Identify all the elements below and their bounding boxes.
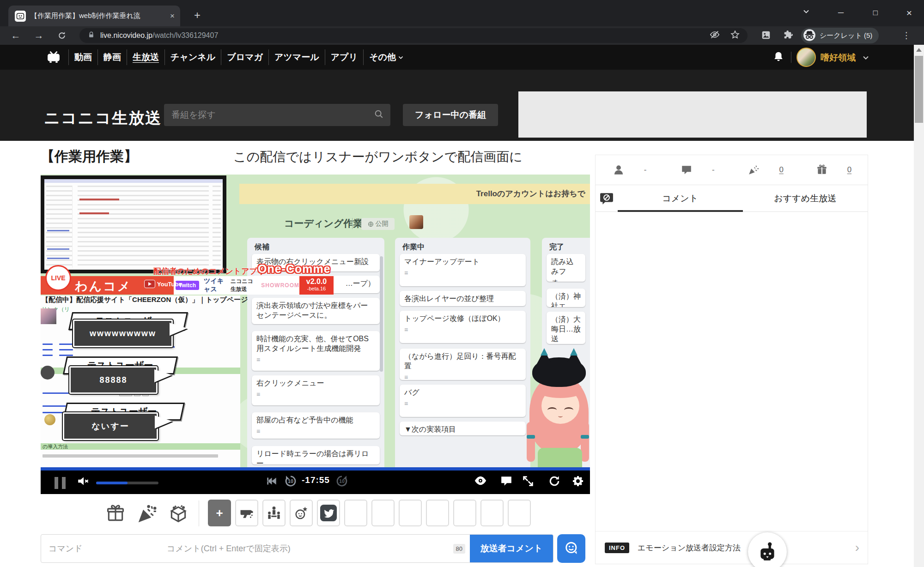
nav-item-blomaga[interactable]: ブロマガ <box>221 49 268 65</box>
scroll-up-arrow[interactable] <box>916 48 922 52</box>
nav-item-seiga[interactable]: 静画 <box>97 49 127 65</box>
empty-emotion-slot[interactable] <box>453 500 476 526</box>
ad-points-stat[interactable]: 0 <box>732 164 800 176</box>
broadcaster-comment-button[interactable]: 放送者コメント <box>470 535 553 562</box>
eye-off-icon[interactable] <box>710 30 720 42</box>
url-domain: live.nicovideo.jp <box>100 31 152 40</box>
youtube-logo: YouTube <box>144 280 182 288</box>
user-name[interactable]: 嗜好領域 <box>821 52 856 64</box>
new-tab-button[interactable]: + <box>194 8 201 22</box>
empty-emotion-slot[interactable] <box>371 500 395 526</box>
trello-column-sagyochu: 作業中 マイナーアップデート≡ 各演出レイヤーの並び整理 トップページ改修（ほぼ… <box>395 238 530 467</box>
nicolive-logo[interactable]: ニコニコ生放送 <box>44 108 162 129</box>
window-maximize-button[interactable]: □ <box>866 5 885 21</box>
tab-search-chevron-icon[interactable] <box>797 5 815 21</box>
tab-close-icon[interactable]: × <box>164 12 180 21</box>
nav-item-channel[interactable]: チャンネル <box>164 49 221 65</box>
divider <box>352 218 353 229</box>
globe-icon <box>368 221 374 227</box>
trello-card: 右クリックメニュー≡ <box>252 375 380 405</box>
scrollbar-thumb[interactable] <box>915 56 923 123</box>
party-popper-icon <box>748 164 760 176</box>
tab-comments[interactable]: コメント <box>618 185 743 211</box>
forward-button[interactable]: → <box>30 28 47 43</box>
gifts-stat[interactable]: 0 <box>800 164 868 176</box>
emotion-picker-button[interactable] <box>557 534 585 563</box>
seek-bar[interactable] <box>41 467 590 470</box>
ng-filter-icon[interactable] <box>596 185 618 211</box>
niconico-tv-logo-icon[interactable] <box>46 51 61 66</box>
hide-comments-eye-icon[interactable] <box>474 476 487 488</box>
notification-bell-icon[interactable] <box>772 51 784 65</box>
trello-signup-banner: Trelloのアカウントはお持ちで <box>239 184 590 204</box>
player-settings-gear-icon[interactable] <box>571 475 584 489</box>
tab-recommended-live[interactable]: おすすめ生放送 <box>743 185 868 211</box>
user-avatar[interactable] <box>796 48 816 67</box>
trello-board-title: コーディング作業系 <box>284 217 372 230</box>
following-programs-button[interactable]: フォロー中の番組 <box>403 104 498 126</box>
empty-emotion-slot[interactable] <box>480 500 504 526</box>
chevron-right-icon[interactable]: › <box>855 540 859 555</box>
water-gun-emotion-button[interactable] <box>235 500 258 526</box>
address-bar[interactable]: live.nicovideo.jp/watch/lv336129407 <box>79 28 748 43</box>
wankome-banner: Twitch ツイキャス ニコニコ生放送 SHOWROOM v2.0.0 -be… <box>41 276 334 295</box>
volume-muted-icon[interactable] <box>77 475 91 489</box>
back-button[interactable]: ← <box>7 28 24 43</box>
video-frame[interactable]: Trelloのアカウントはお持ちで コーディング作業系 公開 候補 表示物の右ク… <box>41 175 590 467</box>
extensions-puzzle-icon[interactable] <box>780 30 796 44</box>
idol-emotion-button[interactable] <box>290 500 313 526</box>
add-emotion-button[interactable]: + <box>208 500 231 526</box>
volume-slider[interactable] <box>96 482 158 484</box>
program-search-box[interactable] <box>164 104 390 126</box>
reload-button[interactable] <box>54 30 70 44</box>
anime-character <box>526 353 590 467</box>
program-action-bar: + <box>41 494 590 534</box>
fullscreen-icon[interactable] <box>522 475 535 489</box>
nav-item-app[interactable]: アプリ <box>325 49 363 65</box>
window-minimize-button[interactable]: ─ <box>832 5 850 21</box>
figures-emotion-button[interactable] <box>262 500 286 526</box>
comment-input[interactable] <box>159 535 453 562</box>
trello-card: （済）神社エ <box>547 289 585 307</box>
comments-stat[interactable]: - <box>663 164 731 176</box>
nav-item-video[interactable]: 動画 <box>68 49 97 65</box>
tab-strip: 【作業用作業】web制作作業垂れ流 × + ─ □ × <box>0 0 924 26</box>
party-popper-icon[interactable] <box>137 503 157 525</box>
viewers-stat[interactable]: - <box>596 164 663 176</box>
showroom-logo: SHOWROOM <box>261 282 299 289</box>
command-input[interactable] <box>41 535 159 562</box>
nav-item-other[interactable]: その他 <box>363 49 409 65</box>
cheerzon-webpage-capture: 【配信中】配信応援サイト「CHEERZON（仮）」｜トップページ リンク（リ <box>41 296 240 467</box>
empty-emotion-slot[interactable] <box>426 500 449 526</box>
trello-card: 時計機能の充実、他、併せてOBS用スタイルシート生成機能開発≡ <box>252 331 380 371</box>
trello-card: バグ≡ <box>400 385 526 417</box>
user-menu-chevron-icon[interactable] <box>862 54 869 63</box>
search-icon[interactable] <box>374 109 384 121</box>
bookmark-star-icon[interactable] <box>730 30 740 42</box>
nav-item-live[interactable]: 生放送 <box>127 49 164 65</box>
nav-item-atsumaru[interactable]: アツマール <box>268 49 325 65</box>
twitter-share-button[interactable] <box>317 500 340 526</box>
empty-emotion-slot[interactable] <box>399 500 422 526</box>
rewind-10-icon[interactable]: 10 <box>284 474 298 490</box>
trello-card: 演出表示領域の寸法や座標をパーセンテージベースに。 <box>252 298 380 324</box>
gift-icon[interactable] <box>105 503 126 525</box>
empty-emotion-slot[interactable] <box>508 500 531 526</box>
empty-emotion-slot[interactable] <box>344 500 367 526</box>
page-scrollbar[interactable] <box>914 45 924 567</box>
extension-image-icon[interactable] <box>758 30 774 44</box>
commenter-avatar <box>41 366 55 380</box>
reload-player-icon[interactable] <box>548 475 561 489</box>
forward-10-icon[interactable]: 10 <box>335 474 349 490</box>
tab-title: 【作業用作業】web制作作業垂れ流 <box>30 12 164 20</box>
comment-toggle-icon[interactable] <box>500 476 512 489</box>
gift-box-open-icon[interactable] <box>168 503 188 525</box>
search-input[interactable] <box>164 110 374 120</box>
browser-menu-kebab-icon[interactable]: ⋮ <box>898 28 915 43</box>
browser-tab[interactable]: 【作業用作業】web制作作業垂れ流 × <box>8 6 180 26</box>
skip-to-start-icon[interactable] <box>266 476 278 488</box>
video-player[interactable]: Trelloのアカウントはお持ちで コーディング作業系 公開 候補 表示物の右ク… <box>41 175 590 494</box>
window-close-button[interactable]: × <box>900 5 918 21</box>
emotion-info-row[interactable]: INFO エモーション放送者設定方法 › <box>596 531 868 564</box>
twitcasting-logo: ツイキャス <box>204 277 226 294</box>
